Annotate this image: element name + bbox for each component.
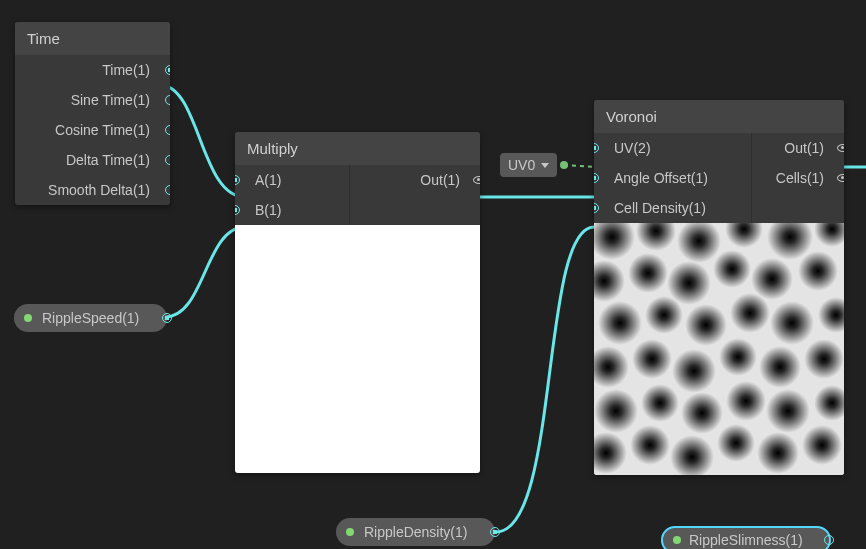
property-label: RippleSlimness(1) (689, 532, 803, 548)
property-dot-icon (24, 314, 32, 322)
svg-point-22 (672, 349, 716, 393)
svg-point-12 (751, 258, 793, 300)
svg-point-26 (594, 389, 638, 433)
svg-point-28 (681, 392, 723, 434)
dropdown-label: UV0 (508, 157, 535, 173)
port-mult-b[interactable]: B(1) (235, 195, 349, 225)
port-label: Out(1) (752, 140, 844, 156)
svg-point-23 (719, 338, 757, 376)
port-dot-icon[interactable] (165, 155, 170, 165)
node-multiply-header[interactable]: Multiply (235, 132, 480, 165)
property-ripple-speed[interactable]: RippleSpeed(1) (14, 304, 167, 332)
svg-point-24 (759, 346, 801, 388)
port-label: B(1) (235, 202, 349, 218)
port-vor-angle[interactable]: Angle Offset(1) (594, 163, 751, 193)
port-dot-icon[interactable] (165, 125, 170, 135)
port-label: Delta Time(1) (15, 152, 170, 168)
svg-point-11 (713, 250, 751, 288)
port-label: A(1) (235, 172, 349, 188)
preview-icon[interactable] (472, 173, 480, 187)
port-vor-cells[interactable]: Cells(1) (752, 163, 844, 193)
property-dot-icon (346, 528, 354, 536)
svg-point-33 (630, 425, 670, 465)
port-dot-icon[interactable] (165, 65, 170, 75)
node-title: Time (27, 30, 60, 47)
node-voronoi[interactable]: Voronoi UV(2) Angle Offset(1) Cell Densi… (594, 100, 844, 475)
svg-point-35 (717, 424, 755, 462)
svg-point-30 (766, 389, 810, 433)
port-dot-icon[interactable] (824, 535, 834, 545)
svg-point-36 (757, 432, 799, 474)
port-dot-icon[interactable] (165, 95, 170, 105)
svg-point-37 (802, 425, 842, 465)
property-label: RippleDensity(1) (364, 524, 467, 540)
svg-point-13 (798, 251, 838, 291)
svg-point-9 (628, 253, 668, 293)
port-dot-icon[interactable] (490, 527, 500, 537)
preview-icon[interactable] (836, 171, 844, 185)
svg-point-0 (560, 161, 568, 169)
port-delta-out[interactable]: Delta Time(1) (15, 145, 170, 175)
node-preview (594, 223, 844, 475)
port-label: Time(1) (15, 62, 170, 78)
port-label: Cosine Time(1) (15, 122, 170, 138)
chevron-down-icon (541, 163, 549, 168)
node-multiply[interactable]: Multiply A(1) B(1) Out(1) (235, 132, 480, 473)
svg-point-15 (645, 296, 683, 334)
port-dot-icon[interactable] (165, 185, 170, 195)
port-label: UV(2) (594, 140, 751, 156)
node-title: Multiply (247, 140, 298, 157)
property-label: RippleSpeed(1) (42, 310, 139, 326)
svg-point-25 (804, 339, 844, 379)
node-time-header[interactable]: Time (15, 22, 170, 55)
svg-point-29 (726, 381, 766, 421)
svg-point-21 (632, 339, 672, 379)
port-mult-out[interactable]: Out(1) (350, 165, 480, 195)
port-smooth-out[interactable]: Smooth Delta(1) (15, 175, 170, 205)
svg-point-16 (685, 304, 727, 346)
port-dot-icon[interactable] (162, 313, 172, 323)
port-vor-uv[interactable]: UV(2) (594, 133, 751, 163)
port-time-out[interactable]: Time(1) (15, 55, 170, 85)
port-label: Out(1) (350, 172, 480, 188)
port-vor-density[interactable]: Cell Density(1) (594, 193, 751, 223)
property-ripple-slimness[interactable]: RippleSlimness(1) (661, 526, 831, 549)
property-dot-icon (673, 536, 681, 544)
port-label: Smooth Delta(1) (15, 182, 170, 198)
port-mult-a[interactable]: A(1) (235, 165, 349, 195)
port-sine-out[interactable]: Sine Time(1) (15, 85, 170, 115)
port-label: Cell Density(1) (594, 200, 751, 216)
preview-icon[interactable] (836, 141, 844, 155)
node-voronoi-header[interactable]: Voronoi (594, 100, 844, 133)
svg-point-17 (730, 293, 770, 333)
node-preview (235, 225, 480, 473)
property-ripple-density[interactable]: RippleDensity(1) (336, 518, 495, 546)
uv-channel-dropdown[interactable]: UV0 (500, 153, 557, 177)
port-cosine-out[interactable]: Cosine Time(1) (15, 115, 170, 145)
port-label: Cells(1) (752, 170, 844, 186)
svg-point-14 (598, 301, 642, 345)
svg-point-27 (641, 384, 679, 422)
svg-point-10 (667, 261, 711, 305)
node-time[interactable]: Time Time(1) Sine Time(1) Cosine Time(1)… (15, 22, 170, 205)
port-label: Sine Time(1) (15, 92, 170, 108)
svg-point-18 (770, 301, 814, 345)
port-vor-out[interactable]: Out(1) (752, 133, 844, 163)
node-title: Voronoi (606, 108, 657, 125)
port-label: Angle Offset(1) (594, 170, 751, 186)
